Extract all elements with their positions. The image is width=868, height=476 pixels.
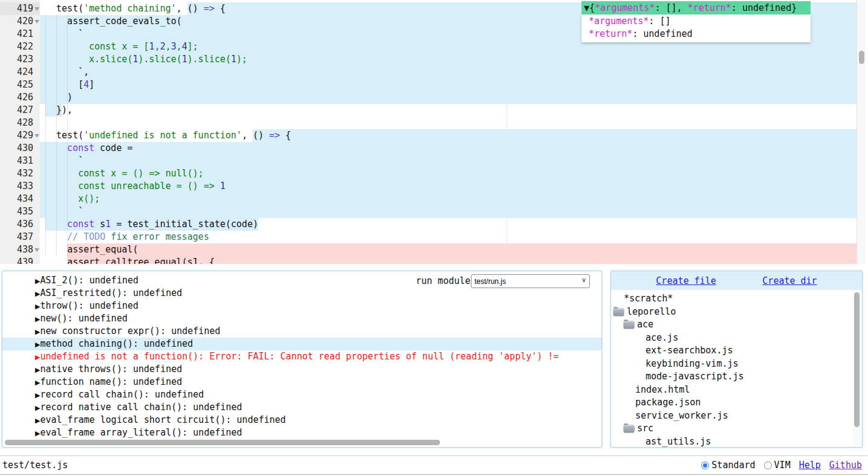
file-tree-scrollbar-thumb[interactable] xyxy=(854,292,860,427)
code-token: ▼{ xyxy=(584,2,595,13)
console-log-entry[interactable]: ▶new constructor expr(): undefined xyxy=(2,325,601,338)
code-token: ` xyxy=(45,155,83,167)
gutter-line-number: 425 xyxy=(0,79,40,91)
code-token: [ xyxy=(45,79,83,91)
file-tree-item[interactable]: ast_utils.js xyxy=(611,436,862,448)
code-token: x(); xyxy=(45,193,100,205)
mode-vim-radio[interactable]: VIM xyxy=(764,459,791,472)
code-token: ); xyxy=(236,53,247,66)
console-log-entry[interactable]: ▶method chaining(): undefined xyxy=(2,338,601,350)
code-editor[interactable]: 4194204214224234244254264274284294304314… xyxy=(0,0,868,264)
code-line: `, xyxy=(40,66,857,79)
code-line: ` xyxy=(40,205,857,218)
console-entry-text: new constructor expr(): undefined xyxy=(40,326,220,336)
keybinding-mode-group: Standard VIM xyxy=(701,459,790,472)
code-token: ).slice( xyxy=(187,53,231,66)
file-tree-item[interactable]: mode-javascript.js xyxy=(611,370,862,384)
gutter-line-number: 423 xyxy=(0,53,40,66)
file-name-label: package.json xyxy=(635,396,701,410)
code-token: 1 xyxy=(149,40,155,53)
radio-unselected-icon[interactable] xyxy=(764,462,772,469)
code-token: => xyxy=(204,3,215,14)
console-log-entry[interactable]: ▶new(): undefined xyxy=(2,312,601,325)
file-name-label: keybinding-vim.js xyxy=(646,358,739,371)
code-token: ) xyxy=(45,91,73,104)
fold-arrow-icon[interactable] xyxy=(34,20,39,24)
inspected-value-row: *arguments*: [] xyxy=(581,15,811,28)
code-line: ) xyxy=(40,91,857,104)
code-line: test('undefined is not a function', () =… xyxy=(40,129,857,142)
code-token: } xyxy=(45,105,62,115)
file-name-label: *scratch* xyxy=(624,292,673,306)
radio-selected-icon[interactable] xyxy=(701,462,709,469)
code-line: // TODO fix error messages xyxy=(40,231,857,243)
console-entry-text: ASI_restrited(): undefined xyxy=(40,288,182,298)
console-log-entry[interactable]: ▶undefined is not a function(): Error: F… xyxy=(2,350,601,363)
code-token: ]; xyxy=(187,40,198,53)
file-tree-item[interactable]: service_worker.js xyxy=(611,410,862,423)
code-token: *return* xyxy=(688,2,731,13)
code-token: *arguments* xyxy=(595,2,655,13)
console-entry-text: record call chain(): undefined xyxy=(40,389,204,400)
help-link[interactable]: Help xyxy=(799,459,821,472)
editor-scrollbar-thumb[interactable] xyxy=(859,51,864,64)
file-tree-item[interactable]: ext-searchbox.js xyxy=(611,344,862,358)
code-token: fix error messages xyxy=(105,231,209,243)
code-token: const xyxy=(45,142,94,155)
console-log-entry[interactable]: ▶eval_frame logical short circuit(): und… xyxy=(2,414,601,426)
github-link[interactable]: Github xyxy=(829,459,862,472)
mode-standard-radio[interactable]: Standard xyxy=(701,459,755,472)
console-log-entry[interactable]: ▶native throws(): undefined xyxy=(2,363,601,376)
code-token: 'method chaining' xyxy=(83,2,177,15)
console-horizontal-scrollbar[interactable] xyxy=(2,439,601,446)
fold-arrow-icon[interactable] xyxy=(34,134,39,138)
code-token: *return* xyxy=(589,28,632,39)
code-token: , xyxy=(155,40,160,53)
file-tree-item[interactable]: ace.js xyxy=(611,332,862,345)
value-inspector-tooltip: ▼{*arguments*: [], *return*: undefined} … xyxy=(581,1,811,42)
code-line: const x = [1,2,3,4]; xyxy=(40,40,857,53)
create-file-link[interactable]: Create file xyxy=(656,275,716,286)
run-module-select[interactable]: test/run.js xyxy=(471,274,590,288)
code-token: 1 xyxy=(133,53,138,66)
gutter-line-number: 424 xyxy=(0,66,40,79)
file-tree-folder[interactable]: ace xyxy=(611,318,862,332)
file-tree-item[interactable]: index.html xyxy=(611,384,862,397)
highlight-band: assert_equal( xyxy=(67,243,857,256)
code-token: = test_initial_state(code) xyxy=(111,219,258,230)
code-token: () xyxy=(187,3,204,14)
file-tree-item[interactable]: package.json xyxy=(611,396,862,410)
console-log-entry[interactable]: ▶eval_frame array_literal(): undefined xyxy=(2,426,601,439)
console-log-entry[interactable]: ▶ASI_restrited(): undefined xyxy=(2,287,601,300)
highlight-band: const s1 = test_initial_state(code) xyxy=(45,218,258,231)
file-tree-panel: Create file Create dir *scratch*leporell… xyxy=(611,271,863,448)
console-entry-text: eval_frame logical short circuit(): unde… xyxy=(40,414,285,425)
file-tree-folder[interactable]: src xyxy=(611,422,862,436)
gutter-line-number: 420 xyxy=(0,15,40,28)
code-token: , xyxy=(177,2,187,15)
console-log-entry[interactable]: ▶throw(): undefined xyxy=(2,300,601,312)
console-log-entry[interactable]: ▶function name(): undefined xyxy=(2,376,601,388)
code-token: 1 xyxy=(182,53,187,66)
code-line: ` xyxy=(40,155,857,167)
file-tree-scrollbar[interactable] xyxy=(853,291,861,447)
gutter-line-number: 428 xyxy=(0,117,40,129)
code-token: ] xyxy=(89,79,94,91)
inspected-value-body: *arguments*: []*return*: undefined xyxy=(581,14,811,42)
code-token: assert_calltree_equal(s1, { xyxy=(67,257,215,264)
console-log-entry[interactable]: ▶record call chain(): undefined xyxy=(2,388,601,401)
editor-scrollbar[interactable] xyxy=(857,0,866,264)
create-dir-link[interactable]: Create dir xyxy=(762,275,817,286)
file-name-label: index.html xyxy=(635,384,690,397)
file-tree-folder[interactable]: leporello xyxy=(611,306,862,319)
console-scrollbar-thumb[interactable] xyxy=(5,440,440,445)
file-tree-header: Create file Create dir xyxy=(611,271,862,290)
inspected-value-header[interactable]: ▼{*arguments*: [], *return*: undefined} xyxy=(581,1,811,14)
console-log-entry[interactable]: ▶record native call chain(): undefined xyxy=(2,401,601,414)
inspected-value-row: *return*: undefined xyxy=(581,28,811,40)
fold-arrow-icon[interactable] xyxy=(34,248,39,252)
file-name-label: src xyxy=(637,422,653,436)
file-tree-item[interactable]: *scratch* xyxy=(611,292,862,306)
fold-arrow-icon[interactable] xyxy=(34,7,39,11)
file-tree-item[interactable]: keybinding-vim.js xyxy=(611,358,862,371)
